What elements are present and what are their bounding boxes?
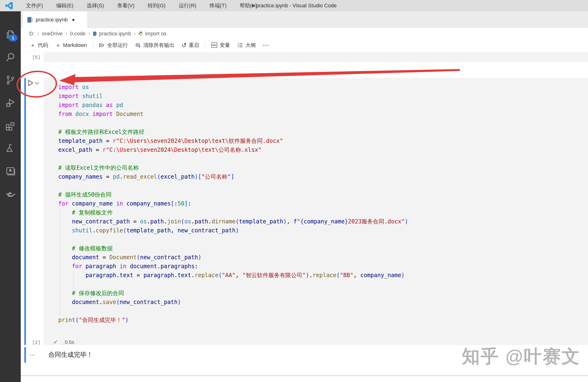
code-line[interactable] — [58, 280, 408, 289]
code-line[interactable]: # 复制模板文件 — [58, 208, 408, 217]
code-line[interactable]: from docx import Document — [58, 110, 408, 118]
run-all-button[interactable]: 全部运行 — [95, 40, 131, 50]
code-lines: import osimport shutilimport pandas as p… — [58, 83, 408, 325]
code-line[interactable]: # 读取Excel文件中的公司名称 — [58, 163, 408, 172]
variables-icon — [211, 42, 217, 48]
menu-bar: 文件(F)编辑(E)选择(S)查看(V)转到(G)运行(R)终端(T)帮助(H) — [19, 0, 264, 11]
cell-execution-count: [2] — [32, 340, 41, 345]
code-line[interactable] — [58, 181, 408, 190]
code-line[interactable]: for company_name in company_names[:50]: — [58, 199, 408, 208]
add-markdown-cell-button[interactable]: ＋ Markdown — [52, 40, 90, 50]
code-line[interactable]: shutil.copyfile(template_path, new_contr… — [58, 226, 408, 235]
code-line[interactable]: print("合同生成完毕！") — [58, 316, 408, 325]
prev-cell-execution-count: [5] — [32, 55, 41, 60]
cell-status-bar: ✓ 0.5s — [53, 338, 74, 346]
code-line[interactable] — [58, 118, 408, 128]
chevron-down-icon[interactable] — [35, 80, 39, 84]
outline-button[interactable]: 大纲 — [233, 40, 259, 50]
clear-outputs-button[interactable]: 清除所有输出 — [131, 40, 178, 50]
account-icon[interactable] — [0, 376, 21, 382]
clear-outputs-icon — [135, 42, 141, 48]
code-line[interactable]: # 修改模板数据 — [58, 244, 408, 253]
menu-item[interactable]: 运行(R) — [172, 0, 203, 11]
breadcrumb-separator: › — [37, 31, 39, 37]
code-line[interactable]: new_contract_path = os.path.join(os.path… — [58, 217, 408, 226]
toolbar-divider — [205, 42, 205, 48]
search-icon[interactable] — [0, 46, 21, 69]
cell-output-text: 合同生成完毕！ — [48, 350, 93, 359]
tab-strip: practice.ipynb ● — [21, 11, 588, 28]
code-cell-input[interactable]: import osimport shutilimport pandas as p… — [44, 78, 588, 345]
restart-button[interactable]: ↺ 重启 — [178, 40, 203, 50]
dirty-indicator[interactable]: ● — [72, 17, 75, 22]
title-bar: 文件(F)编辑(E)选择(S)查看(V)转到(G)运行(R)终端(T)帮助(H)… — [0, 0, 588, 11]
notebook-book-icon[interactable] — [0, 160, 21, 182]
code-line[interactable]: # 保存修改后的合同 — [58, 289, 408, 298]
explorer-badge: 1 — [8, 34, 18, 41]
variables-button[interactable]: 变量 — [208, 40, 233, 50]
restart-icon: ↺ — [181, 42, 187, 48]
genie-lamp-icon[interactable] — [0, 182, 21, 205]
tab-label: practice.ipynb — [36, 17, 68, 23]
breadcrumb-separator: › — [65, 31, 67, 37]
notebook-file-icon — [93, 31, 97, 36]
editor-area: practice.ipynb ● D: › oneDrive › 0.code … — [21, 11, 588, 382]
success-check-icon: ✓ — [53, 338, 58, 346]
outline-icon — [237, 42, 243, 48]
cell-duration: 0.5s — [65, 339, 74, 345]
code-line[interactable]: import os — [58, 83, 408, 92]
code-line[interactable]: company_names = pd.read_excel(excel_path… — [58, 172, 408, 181]
activity-bar: 1 — [0, 11, 21, 382]
explorer-icon[interactable]: 1 — [0, 23, 21, 46]
notebook-toolbar: ＋ 代码 ＋ Markdown 全部运行 清除所有输出 ↺ — [21, 39, 588, 51]
code-line[interactable]: import shutil — [58, 92, 408, 101]
tab-practice-ipynb[interactable]: practice.ipynb ● — [23, 11, 87, 28]
menu-item[interactable]: 终端(T) — [203, 0, 233, 11]
code-line[interactable]: template_path = r"C:\Users\seven2024\Des… — [58, 136, 408, 145]
code-line[interactable]: document.save(new_contract_path) — [58, 298, 408, 306]
code-line[interactable]: document = Document(new_contract_path) — [58, 253, 408, 262]
toolbar-divider — [93, 42, 93, 48]
toolbar-more-button[interactable]: ⋯ — [259, 41, 273, 49]
previous-cell-input[interactable] — [44, 53, 588, 62]
notebook-file-icon — [27, 17, 33, 23]
selected-cell-indicator — [24, 78, 26, 345]
code-line[interactable]: # 循环生成50份合同 — [58, 190, 408, 199]
code-line[interactable]: import pandas as pd — [58, 101, 408, 110]
code-line[interactable]: paragraph.text = paragraph.text.replace(… — [58, 271, 408, 280]
code-line[interactable] — [58, 306, 408, 316]
breadcrumb-symbol[interactable]: import os — [138, 31, 166, 37]
code-line[interactable]: for paragraph in document.paragraphs: — [58, 262, 408, 271]
breadcrumb-folder-0code[interactable]: 0.code — [70, 31, 86, 37]
breadcrumb-folder-onedrive[interactable]: oneDrive — [42, 31, 63, 37]
output-focus-indicator — [24, 347, 26, 363]
source-control-icon[interactable] — [0, 69, 21, 92]
breadcrumb-separator: › — [134, 31, 136, 37]
extensions-icon[interactable] — [0, 115, 21, 137]
cell-divider — [21, 375, 588, 376]
breadcrumb-drive[interactable]: D: — [29, 31, 34, 37]
code-line[interactable] — [58, 235, 408, 244]
python-icon — [138, 31, 143, 36]
vscode-window: 文件(F)编辑(E)选择(S)查看(V)转到(G)运行(R)终端(T)帮助(H)… — [0, 0, 588, 382]
output-options-button[interactable]: ⋯ — [29, 351, 36, 359]
menu-item[interactable]: 选择(S) — [80, 0, 110, 11]
run-all-icon — [99, 42, 105, 48]
run-cell-button[interactable] — [27, 79, 39, 86]
play-icon — [27, 79, 34, 86]
run-debug-icon[interactable] — [0, 92, 21, 114]
plus-icon: ＋ — [30, 41, 36, 49]
add-code-cell-button[interactable]: ＋ 代码 — [26, 40, 52, 50]
menu-item[interactable]: 转到(G) — [141, 0, 172, 11]
breadcrumb: D: › oneDrive › 0.code › practice.ipynb … — [21, 28, 588, 39]
menu-item[interactable]: 编辑(E) — [49, 0, 80, 11]
menu-item[interactable]: 查看(V) — [111, 0, 141, 11]
testing-icon[interactable] — [0, 137, 21, 160]
menu-item[interactable]: 文件(F) — [19, 0, 49, 11]
menu-item[interactable]: 帮助(H) — [233, 0, 264, 11]
breadcrumb-file[interactable]: practice.ipynb — [93, 31, 131, 37]
code-line[interactable]: excel_path = r"C:\Users\seven2024\Deskto… — [58, 145, 408, 154]
code-line[interactable]: # 模板文件路径和Excel文件路径 — [58, 128, 408, 136]
code-line[interactable] — [58, 154, 408, 163]
vscode-logo-icon — [5, 2, 13, 10]
